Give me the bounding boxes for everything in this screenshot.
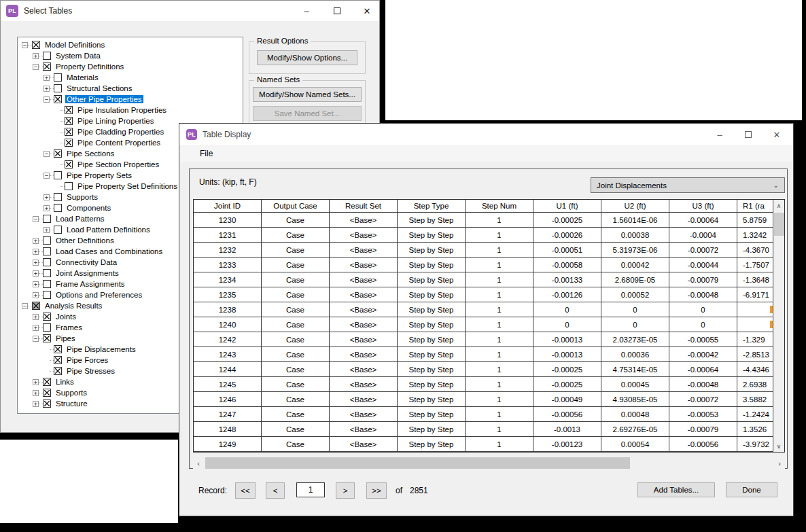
modify-show-named-sets-button[interactable]: Modify/Show Named Sets... (253, 87, 362, 102)
checkbox-unchecked-icon[interactable] (54, 193, 62, 201)
collapse-minus-icon[interactable]: − (22, 42, 28, 48)
table-row[interactable]: 1243Case<Base>Step by Step1-0.000130.000… (194, 347, 773, 362)
expand-plus-icon[interactable]: + (33, 270, 39, 277)
collapse-minus-icon[interactable]: − (43, 151, 50, 157)
table-selector-dropdown[interactable]: Joint Displacements ⌄ (591, 177, 785, 193)
record-next-button[interactable]: > (336, 482, 355, 499)
checkbox-checked-icon[interactable] (43, 389, 51, 397)
table-row[interactable]: 1246Case<Base>Step by Step1-0.000494.930… (194, 392, 773, 407)
vertical-scrollbar[interactable]: ∧ ∨ (773, 200, 784, 452)
collapse-minus-icon[interactable]: − (22, 303, 28, 309)
column-header[interactable]: Step Num (466, 200, 533, 213)
record-first-button[interactable]: << (235, 482, 256, 499)
expand-plus-icon[interactable]: + (33, 260, 39, 266)
checkbox-checked-icon[interactable] (32, 41, 40, 49)
table-row[interactable]: 1234Case<Base>Step by Step1-0.001332.680… (194, 272, 773, 287)
checkbox-unchecked-icon[interactable] (54, 171, 62, 179)
table-row[interactable]: 1249Case<Base>Step by Step1-0.001230.000… (194, 437, 773, 452)
checkbox-unchecked-icon[interactable] (43, 215, 51, 223)
expand-plus-icon[interactable]: + (33, 314, 39, 320)
maximize-button[interactable] (733, 124, 763, 145)
checkbox-mixed-icon[interactable] (32, 302, 40, 310)
table-row[interactable]: 1244Case<Base>Step by Step1-0.000254.753… (194, 362, 773, 377)
done-button[interactable]: Done (726, 482, 777, 497)
table-row[interactable]: 1230Case<Base>Step by Step1-0.000251.560… (194, 213, 773, 228)
menu-file[interactable]: File (194, 145, 219, 162)
expand-plus-icon[interactable]: + (33, 379, 39, 385)
scroll-down-icon[interactable]: ∨ (773, 440, 784, 452)
save-named-set-button[interactable]: Save Named Set... (253, 106, 362, 121)
column-header[interactable]: U2 (ft) (601, 200, 669, 213)
collapse-minus-icon[interactable]: − (43, 173, 50, 179)
checkbox-unchecked-icon[interactable] (43, 269, 51, 277)
horizontal-scrollbar[interactable]: ‹ › (193, 457, 785, 469)
record-last-button[interactable]: >> (366, 482, 387, 499)
collapse-minus-icon[interactable]: − (33, 64, 39, 70)
expand-plus-icon[interactable]: + (33, 401, 39, 407)
table-row[interactable]: 1232Case<Base>Step by Step1-0.000515.319… (194, 243, 773, 258)
tree-item[interactable]: −Other Pipe Properties (18, 94, 243, 105)
column-header[interactable]: Result Set (330, 200, 398, 213)
table-row[interactable]: 1247Case<Base>Step by Step1-0.000560.000… (194, 407, 773, 422)
checkbox-checked-icon[interactable] (43, 63, 51, 71)
close-button[interactable]: ✕ (352, 1, 382, 21)
record-prev-button[interactable]: < (266, 482, 285, 499)
tree-item[interactable]: −Property Definitions (18, 61, 243, 72)
expand-plus-icon[interactable]: + (33, 292, 39, 298)
checkbox-unchecked-icon[interactable] (43, 323, 51, 332)
checkbox-checked-icon[interactable] (54, 95, 62, 103)
vertical-scrollbar-thumb[interactable] (774, 213, 784, 236)
checkbox-unchecked-icon[interactable] (54, 226, 62, 234)
column-header[interactable]: U1 (ft) (533, 200, 601, 213)
checkbox-unchecked-icon[interactable] (43, 280, 51, 288)
tree-item[interactable]: +Structural Sections (18, 83, 243, 94)
column-header[interactable]: Step Type (398, 200, 466, 213)
tree-item[interactable]: Pipe Insulation Properties (18, 105, 243, 116)
table-row[interactable]: 1238Case<Base>Step by Step1000 (194, 302, 773, 317)
checkbox-checked-icon[interactable] (43, 334, 51, 342)
checkbox-checked-icon[interactable] (54, 345, 62, 353)
checkbox-unchecked-icon[interactable] (43, 236, 51, 245)
checkbox-checked-icon[interactable] (65, 128, 73, 136)
maximize-button[interactable] (322, 1, 352, 21)
checkbox-checked-icon[interactable] (43, 313, 51, 321)
checkbox-unchecked-icon[interactable] (54, 204, 62, 212)
record-number-input[interactable] (296, 482, 325, 497)
column-header[interactable]: Output Case (262, 200, 330, 213)
checkbox-unchecked-icon[interactable] (65, 182, 73, 190)
tree-item[interactable]: +System Data (18, 50, 243, 61)
expand-plus-icon[interactable]: + (43, 75, 50, 81)
table-row[interactable]: 1240Case<Base>Step by Step1000 (194, 317, 773, 332)
add-tables-button[interactable]: Add Tables... (637, 482, 715, 497)
collapse-minus-icon[interactable]: − (43, 96, 50, 103)
expand-plus-icon[interactable]: + (33, 281, 39, 287)
checkbox-checked-icon[interactable] (54, 356, 62, 364)
scroll-up-icon[interactable]: ∧ (773, 200, 784, 211)
checkbox-unchecked-icon[interactable] (43, 258, 51, 266)
tree-item[interactable]: −Model Definitions (18, 39, 243, 50)
checkbox-checked-icon[interactable] (65, 106, 73, 114)
checkbox-checked-icon[interactable] (43, 378, 51, 386)
table-row[interactable]: 1231Case<Base>Step by Step1-0.000260.000… (194, 228, 773, 243)
expand-plus-icon[interactable]: + (33, 390, 39, 396)
minimize-button[interactable]: – (705, 124, 735, 145)
checkbox-unchecked-icon[interactable] (43, 247, 51, 255)
table-row[interactable]: 1242Case<Base>Step by Step1-0.000132.032… (194, 332, 773, 347)
checkbox-checked-icon[interactable] (54, 367, 62, 375)
expand-plus-icon[interactable]: + (33, 249, 39, 255)
expand-plus-icon[interactable]: + (33, 238, 39, 244)
expand-plus-icon[interactable]: + (43, 227, 50, 233)
table-row[interactable]: 1245Case<Base>Step by Step1-0.000250.000… (194, 377, 773, 392)
checkbox-checked-icon[interactable] (65, 160, 73, 169)
checkbox-unchecked-icon[interactable] (43, 291, 51, 299)
expand-plus-icon[interactable]: + (33, 53, 39, 59)
column-header[interactable]: Joint ID (194, 200, 262, 213)
checkbox-unchecked-icon[interactable] (54, 73, 62, 82)
collapse-minus-icon[interactable]: − (33, 216, 39, 222)
checkbox-checked-icon[interactable] (65, 117, 73, 125)
expand-plus-icon[interactable]: + (43, 194, 50, 200)
table-row[interactable]: 1248Case<Base>Step by Step1-0.00132.6927… (194, 422, 773, 437)
tree-item[interactable]: +Materials (18, 72, 243, 83)
checkbox-checked-icon[interactable] (43, 400, 51, 408)
column-header[interactable]: R1 (ra (737, 200, 773, 213)
